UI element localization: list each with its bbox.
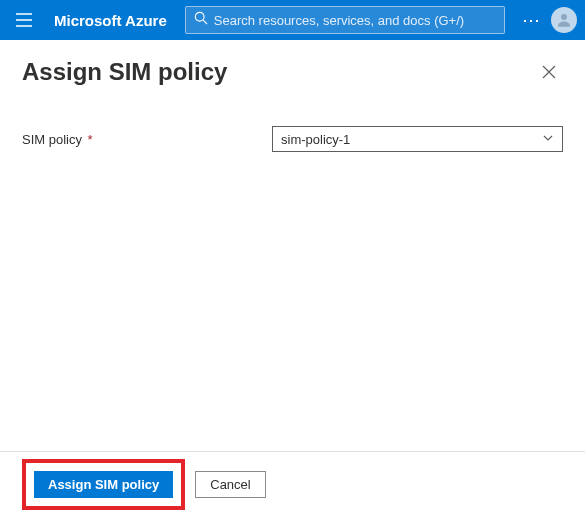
close-icon bbox=[542, 65, 556, 79]
svg-point-2 bbox=[561, 14, 567, 20]
user-avatar[interactable] bbox=[551, 7, 577, 33]
sim-policy-selected-value: sim-policy-1 bbox=[281, 132, 350, 147]
hamburger-menu-icon[interactable] bbox=[8, 4, 40, 36]
brand-label: Microsoft Azure bbox=[54, 12, 167, 29]
close-button[interactable] bbox=[535, 58, 563, 86]
footer-actions: Assign SIM policy Cancel bbox=[0, 452, 585, 516]
required-indicator: * bbox=[84, 132, 93, 147]
sim-policy-dropdown[interactable]: sim-policy-1 bbox=[272, 126, 563, 152]
search-icon bbox=[194, 11, 208, 29]
top-nav-bar: Microsoft Azure ⋯ bbox=[0, 0, 585, 40]
sim-policy-row: SIM policy * sim-policy-1 bbox=[22, 126, 563, 152]
global-search[interactable] bbox=[185, 6, 505, 34]
primary-button-highlight: Assign SIM policy bbox=[22, 459, 185, 510]
svg-point-0 bbox=[195, 12, 204, 21]
page-title: Assign SIM policy bbox=[22, 58, 227, 86]
search-input[interactable] bbox=[214, 13, 496, 28]
cancel-button[interactable]: Cancel bbox=[195, 471, 265, 498]
chevron-down-icon bbox=[542, 132, 554, 147]
more-actions-icon[interactable]: ⋯ bbox=[517, 6, 545, 34]
page-content: Assign SIM policy SIM policy * sim-polic… bbox=[0, 40, 585, 152]
assign-sim-policy-button[interactable]: Assign SIM policy bbox=[34, 471, 173, 498]
sim-policy-label: SIM policy * bbox=[22, 132, 272, 147]
svg-line-1 bbox=[203, 20, 207, 24]
